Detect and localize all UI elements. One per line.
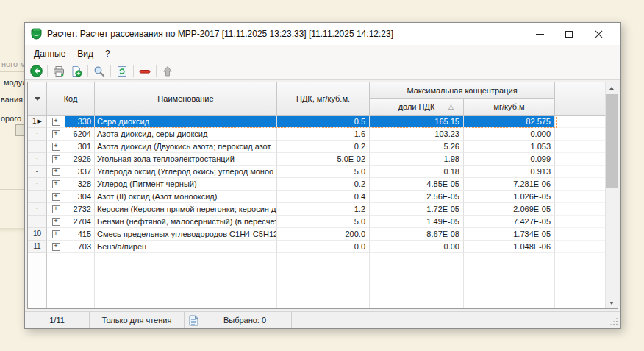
search-button[interactable] <box>90 63 108 79</box>
expand-button[interactable]: + <box>52 130 60 138</box>
maximize-icon <box>565 31 573 38</box>
status-bar: 1/11 Только для чтения Выбрано: 0 <box>25 311 620 328</box>
menu-item-help[interactable]: ? <box>99 46 116 61</box>
code-cell: +337 <box>47 166 95 178</box>
table-row[interactable]: ·+2732Керосин (Керосин прямой перегонки;… <box>28 203 605 216</box>
expand-button[interactable]: + <box>52 230 60 238</box>
column-header-max-group[interactable]: Максимальная концентрация <box>370 82 555 99</box>
empty-column <box>464 253 555 308</box>
table-row[interactable]: 11+703Бенз/а/пирен0.00.001.048E-06 <box>28 241 605 253</box>
filter-button[interactable] <box>28 82 47 116</box>
frac-pdk-cell: 1.72E-05 <box>370 203 464 216</box>
pdk-cell: 0.2 <box>277 178 370 191</box>
table-row[interactable]: ·+301Азота диоксид (Двуокись азота; перо… <box>28 141 605 153</box>
column-header-code[interactable]: Код <box>47 82 95 116</box>
expand-cell: + <box>47 178 65 190</box>
name-cell: Керосин (Керосин прямой перегонки; керос… <box>95 203 277 216</box>
results-grid: Код Наименование ПДК, мг/куб.м. Максимал… <box>27 82 618 309</box>
pdk-cell: 5.0E-02 <box>277 153 370 166</box>
chevron-up-icon <box>609 85 614 90</box>
row-number: · <box>36 203 38 215</box>
code-cell: +703 <box>47 241 95 253</box>
print-button[interactable] <box>50 63 68 79</box>
row-number: · <box>36 178 38 190</box>
frac-pdk-cell: 4.85E-05 <box>370 178 464 191</box>
expand-button[interactable]: + <box>52 193 60 201</box>
refresh-button[interactable] <box>113 63 131 79</box>
expand-button[interactable]: + <box>52 243 60 251</box>
expand-button[interactable]: + <box>52 155 60 163</box>
column-header-frac-pdk[interactable]: доли ПДК △ <box>370 99 464 116</box>
table-row[interactable]: -+337Углерода оксид (Углерод окись; угле… <box>28 166 605 178</box>
background-label: модул <box>4 78 27 87</box>
column-header-name[interactable]: Наименование <box>95 82 277 116</box>
empty-column <box>370 253 464 308</box>
menu-item-data[interactable]: Данные <box>28 46 71 61</box>
row-filler <box>555 128 605 141</box>
scroll-down-button[interactable] <box>606 297 618 308</box>
back-button[interactable] <box>27 63 45 79</box>
mg-cell: 1.048E-06 <box>464 241 555 253</box>
scroll-up-button[interactable] <box>606 82 618 93</box>
scrollbar-thumb[interactable] <box>606 94 618 188</box>
pdk-cell: 0.5 <box>277 116 370 128</box>
close-button[interactable] <box>584 23 613 45</box>
table-row[interactable]: 1▶+330Сера диоксид0.5165.1582.575 <box>28 116 605 128</box>
table-row[interactable]: ·+328Углерод (Пигмент черный)0.24.85E-05… <box>28 178 605 191</box>
row-indicator: 11 <box>28 241 47 253</box>
expand-button[interactable]: + <box>52 118 60 126</box>
table-row[interactable]: ·+304Азот (II) оксид (Азот монооксид)0.4… <box>28 191 605 203</box>
expand-button[interactable]: + <box>52 218 60 226</box>
expand-cell: + <box>47 128 65 140</box>
pdk-cell: 0.2 <box>277 141 370 153</box>
row-filler <box>555 241 605 253</box>
mg-cell: 0.099 <box>464 153 555 166</box>
status-selected-count: Выбрано: 0 <box>198 316 291 325</box>
expand-cell: + <box>47 153 65 165</box>
frac-pdk-cell: 165.15 <box>370 116 464 128</box>
expand-button[interactable]: + <box>52 180 60 188</box>
print-icon <box>53 65 65 77</box>
upload-button[interactable] <box>159 63 176 79</box>
code-cell: +415 <box>47 228 95 241</box>
mg-cell: 82.575 <box>464 116 555 128</box>
minimize-button[interactable] <box>525 23 554 45</box>
mg-cell: 1.053 <box>464 141 555 153</box>
toolbar-separator <box>110 65 111 77</box>
resize-grip[interactable] <box>616 324 618 325</box>
code-cell: +330 <box>47 116 95 128</box>
expand-button[interactable]: + <box>52 168 60 176</box>
column-header-pdk[interactable]: ПДК, мг/куб.м. <box>277 82 370 116</box>
mg-cell: 2.069E-05 <box>464 203 555 216</box>
column-header-mg[interactable]: мг/куб.м <box>464 99 555 116</box>
grid-empty-area <box>28 253 605 308</box>
search-icon <box>93 65 105 77</box>
status-readonly: Только для чтения <box>90 312 185 328</box>
mg-cell: 7.427E-05 <box>464 216 555 228</box>
expand-button[interactable]: + <box>52 143 60 151</box>
pdk-cell: 1.2 <box>277 203 370 216</box>
export-button[interactable] <box>68 63 85 79</box>
table-row[interactable]: ·+6204Азота диоксид, серы диоксид1.6103.… <box>28 128 605 141</box>
title-bar[interactable]: Расчет: Расчет рассеивания по МРР-2017 [… <box>25 23 620 45</box>
code-cell: +6204 <box>47 128 95 141</box>
empty-column <box>47 253 95 308</box>
frac-pdk-cell: 8.67E-08 <box>370 228 464 241</box>
name-cell: Бенз/а/пирен <box>95 241 277 253</box>
name-cell: Углерод (Пигмент черный) <box>95 178 277 191</box>
expand-button[interactable]: + <box>52 205 60 213</box>
refresh-icon <box>116 65 128 77</box>
back-icon <box>30 65 43 77</box>
code-cell: +2926 <box>47 153 95 166</box>
table-row[interactable]: ·+2926Угольная зола теплоэлектростанций5… <box>28 153 605 166</box>
row-indicator: · <box>28 191 47 203</box>
name-cell: Азота диоксид (Двуокись азота; пероксид … <box>95 141 277 153</box>
expand-cell: + <box>47 141 65 152</box>
vertical-scrollbar[interactable] <box>605 82 618 308</box>
maximize-button[interactable] <box>554 23 584 45</box>
remove-button[interactable] <box>136 63 154 79</box>
menu-item-view[interactable]: Вид <box>71 46 99 61</box>
status-selected-panel: Выбрано: 0 <box>185 312 292 328</box>
table-row[interactable]: ·+2704Бензин (нефтяной, малосернистый) (… <box>28 216 605 228</box>
table-row[interactable]: 10+415Смесь предельных углеводородов С1Н… <box>28 228 605 241</box>
